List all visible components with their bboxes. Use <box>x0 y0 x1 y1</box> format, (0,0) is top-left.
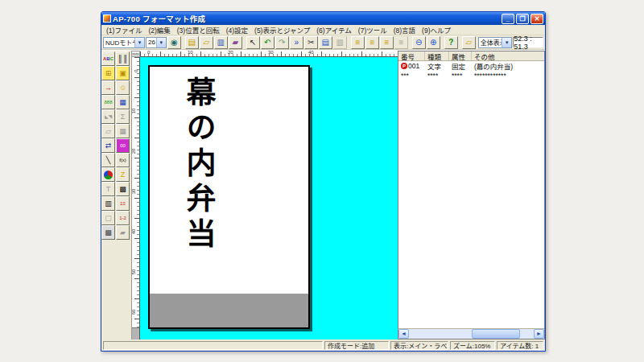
undo-icon[interactable]: ↶ <box>261 36 275 49</box>
item-list-clear-icon: ≡ <box>394 36 408 49</box>
font-size-select[interactable]: 26 ▼ <box>146 37 167 48</box>
hruler-tick-label: 10 <box>188 50 193 55</box>
hruler-tick-label: 40 <box>308 50 314 55</box>
import-format-icon[interactable]: ▱ <box>462 36 476 49</box>
url-arrow-icon[interactable]: → <box>101 80 115 95</box>
open-folder-icon[interactable]: ▱ <box>200 36 213 49</box>
item-list-column-2[interactable]: 種類 <box>425 51 449 60</box>
title-bar[interactable]: AP-700 フォーマット作成 _ ❐ ✕ <box>101 12 545 25</box>
app-icon <box>103 14 111 23</box>
scrollbar-thumb[interactable] <box>472 329 520 339</box>
menu-item-1[interactable]: (1)ファイル <box>103 25 145 35</box>
app-window: AP-700 フォーマット作成 _ ❐ ✕ (1)ファイル(2)編集(3)位置と… <box>101 11 546 352</box>
zoom-in-icon[interactable]: ⊕ <box>427 36 440 49</box>
scroll-right-icon[interactable]: ► <box>534 329 544 339</box>
line-item-icon[interactable]: ╲ <box>101 153 115 167</box>
label-vertical-text[interactable]: 幕の内弁当 <box>184 76 213 253</box>
chevron-down-icon[interactable]: ▼ <box>156 38 166 47</box>
menu-item-2[interactable]: (2)編集 <box>145 25 173 35</box>
select-cursor-icon[interactable]: ↖ <box>246 36 260 49</box>
menu-item-8[interactable]: (8)言語 <box>390 25 419 35</box>
vertical-ruler-column: mm 0102030405060 <box>131 51 140 339</box>
status-segment-1 <box>103 341 323 350</box>
settings-globe-icon[interactable]: ◉ <box>167 36 181 49</box>
item-other-cell: (幕の内弁当) <box>472 61 544 71</box>
sequence-list-icon[interactable]: 1-2 <box>116 211 130 225</box>
layers-tool-icon: ▱ <box>101 124 115 138</box>
maximize-button[interactable]: ❐ <box>516 14 529 24</box>
item-list-add-icon[interactable]: ≡ <box>351 36 365 49</box>
menu-item-3[interactable]: (3)位置と回転 <box>174 25 223 35</box>
export-folder-icon[interactable]: ▰ <box>229 36 242 49</box>
box-3d-icon: ▰ <box>116 225 130 240</box>
item-type-cell: 文字 <box>425 61 449 71</box>
paste-icon: ▥ <box>333 36 347 49</box>
scrollbar-track[interactable] <box>409 329 534 339</box>
counter-888-icon[interactable]: 888 <box>101 95 115 109</box>
item-number-cell: P001 <box>398 62 425 70</box>
scroll-left-icon[interactable]: ◄ <box>398 329 409 339</box>
barcode2-item-icon[interactable]: ▥ <box>101 196 115 211</box>
calculator-icon[interactable]: ▦ <box>116 95 130 109</box>
table-item-icon[interactable]: ⊞ <box>101 66 115 80</box>
item-list-column-1[interactable]: 番号 <box>398 51 425 60</box>
new-document-icon[interactable]: ▤ <box>185 36 199 49</box>
help-icon[interactable]: ? <box>444 36 458 49</box>
chevron-down-icon[interactable]: ▼ <box>134 38 144 47</box>
close-button[interactable]: ✕ <box>530 14 543 24</box>
smiley-icon[interactable]: ☺ <box>116 80 130 95</box>
move-item-icon[interactable]: ⇄ <box>101 138 115 153</box>
frame-item-icon[interactable]: ▢ <box>101 211 115 225</box>
font-size-value: 26 <box>147 39 156 46</box>
vruler-tick-label: 20 <box>132 149 137 154</box>
chevron-down-icon[interactable]: ▼ <box>502 38 511 47</box>
text-item-icon[interactable]: ABC <box>101 51 115 66</box>
ruler-end-cap <box>132 327 139 339</box>
menu-item-5[interactable]: (5)表示とジャンプ <box>251 25 313 35</box>
label-preview[interactable]: 幕の内弁当 <box>148 65 310 329</box>
hruler-tick-label: 30 <box>268 50 274 55</box>
menu-bar: (1)ファイル(2)編集(3)位置と回転(4)設定(5)表示とジャンプ(6)アイ… <box>101 25 545 35</box>
item-list-column-3[interactable]: 属性 <box>449 51 472 60</box>
item-list-panel: 番号種類属性その他 P001文字固定(幕の内弁当)***************… <box>398 51 545 339</box>
item-other-cell: ************ <box>472 72 544 80</box>
jump-item-icon[interactable]: » <box>290 36 303 49</box>
view-mode-select[interactable]: 全体表示 ▼ <box>478 37 512 48</box>
vertical-ruler: 0102030405060 <box>131 57 140 339</box>
qr-code-icon[interactable]: ▩ <box>116 182 130 196</box>
redo-icon[interactable]: ↷ <box>275 36 289 49</box>
item-list-copy-icon[interactable]: ≡ <box>380 36 394 49</box>
status-segment-5: アイテム数: 1 <box>497 341 543 350</box>
barcode-item-icon[interactable]: ║║ <box>116 51 130 66</box>
pie-chart-icon[interactable] <box>101 167 115 182</box>
item-list-rows: P001文字固定(幕の内弁当)*********************** <box>398 61 544 80</box>
menu-item-6[interactable]: (6)アイテム <box>313 25 355 35</box>
polygon-icon[interactable]: Z <box>116 167 130 182</box>
copy-icon[interactable]: ▤ <box>319 36 332 49</box>
save-pages-icon[interactable]: ▥ <box>214 36 228 49</box>
zoom-out-icon[interactable]: ⊖ <box>412 36 426 49</box>
item-list-edit-icon[interactable]: ≡ <box>365 36 379 49</box>
canvas-column: 010203040 幕の内弁当 <box>140 51 398 339</box>
item-list-empty-area <box>398 80 544 328</box>
item-attr-cell: 固定 <box>449 61 472 71</box>
menu-item-7[interactable]: (7)ツール <box>355 25 390 35</box>
vruler-tick-label: 60 <box>132 310 137 315</box>
font-select[interactable]: NUDモトヤEX明朝 ▼ <box>103 37 145 48</box>
menu-item-9[interactable]: (9)ヘルプ <box>419 25 454 35</box>
minimize-button[interactable]: _ <box>502 14 514 24</box>
double-zero-icon[interactable]: 00 <box>116 138 130 153</box>
item-row-1[interactable]: P001文字固定(幕の内弁当) <box>398 61 544 71</box>
pattern-image-icon[interactable]: ▩ <box>101 225 115 240</box>
horizontal-scrollbar[interactable]: ◄ ► <box>398 328 544 339</box>
formula-icon[interactable]: f(x) <box>116 153 130 167</box>
cut-icon[interactable]: ✂ <box>304 36 318 49</box>
item-marker-icon: P <box>401 63 407 69</box>
item-row-2[interactable]: *********************** <box>398 71 544 80</box>
menu-item-4[interactable]: (4)設定 <box>223 25 251 35</box>
item-list-column-4[interactable]: その他 <box>472 51 544 60</box>
design-canvas[interactable]: 幕の内弁当 <box>140 57 398 339</box>
print-machine-icon[interactable]: ▣ <box>116 66 130 80</box>
numbered-list-icon[interactable]: 1≡ <box>116 196 130 211</box>
status-bar: 作成モード:追加表示:メイン・ラベルズーム:105%アイテム数: 1 <box>101 339 545 351</box>
